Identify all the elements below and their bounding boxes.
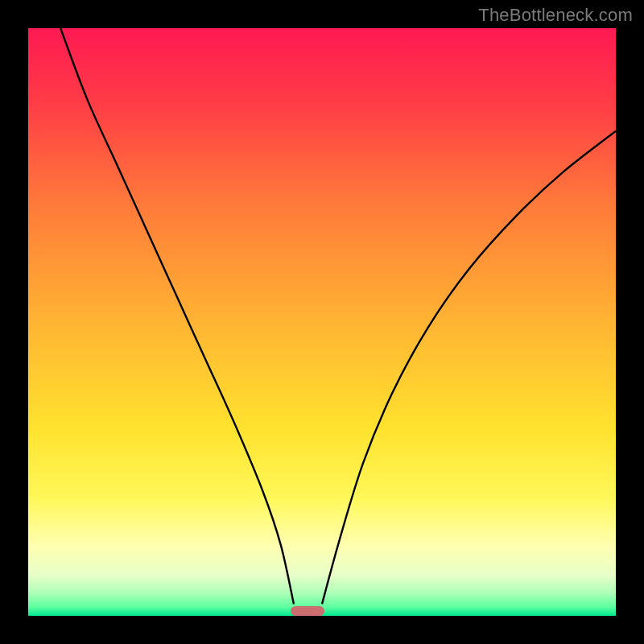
- right-curve: [322, 131, 616, 605]
- bottleneck-marker: [291, 606, 324, 616]
- curves-layer: [28, 28, 616, 616]
- watermark-text: TheBottleneck.com: [478, 5, 633, 26]
- plot-area: [28, 28, 616, 616]
- left-curve: [60, 28, 294, 604]
